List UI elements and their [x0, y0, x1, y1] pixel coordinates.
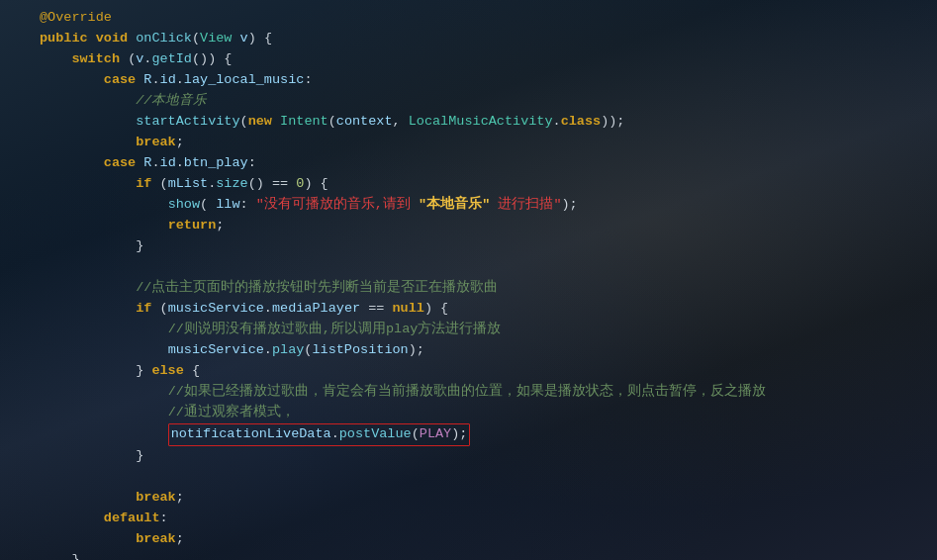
code-line-16: //则说明没有播放过歌曲,所以调用play方法进行播放 [0, 320, 937, 340]
code-line-24: break; [0, 488, 937, 509]
code-line-18: } else { [0, 361, 937, 382]
code-line-6: startActivity(new Intent(context, LocalM… [0, 112, 937, 133]
code-line-22: } [0, 446, 937, 467]
code-container: @Override public void onClick(View v) { … [0, 0, 937, 560]
code-line-15: if (musicService.mediaPlayer == null) { [0, 299, 937, 320]
code-line-4: case R.id.lay_local_music: [0, 70, 937, 91]
code-line-13 [0, 257, 937, 278]
code-line-9: if (mList.size() == 0) { [0, 174, 937, 195]
code-line-19: //如果已经播放过歌曲，肯定会有当前播放歌曲的位置，如果是播放状态，则点击暂停，… [0, 382, 937, 403]
code-line-2: public void onClick(View v) { [0, 29, 937, 49]
code-line-5: //本地音乐 [0, 91, 937, 112]
code-line-3: switch (v.getId()) { [0, 49, 937, 70]
code-line-26: break; [0, 529, 937, 550]
code-line-1: @Override [0, 8, 937, 29]
code-line-21: notificationLiveData.postValue(PLAY); [0, 423, 937, 446]
code-line-27: } [0, 550, 937, 560]
code-line-14: //点击主页面时的播放按钮时先判断当前是否正在播放歌曲 [0, 278, 937, 299]
code-line-8: case R.id.btn_play: [0, 153, 937, 174]
code-line-12: } [0, 236, 937, 257]
code-line-23 [0, 467, 937, 488]
code-line-7: break; [0, 133, 937, 153]
code-line-25: default: [0, 509, 937, 529]
code-line-17: musicService.play(listPosition); [0, 340, 937, 361]
code-line-10: show( llw: "没有可播放的音乐,请到 "本地音乐" 进行扫描"); [0, 195, 937, 216]
code-line-11: return; [0, 216, 937, 236]
code-line-20: //通过观察者模式， [0, 403, 937, 423]
